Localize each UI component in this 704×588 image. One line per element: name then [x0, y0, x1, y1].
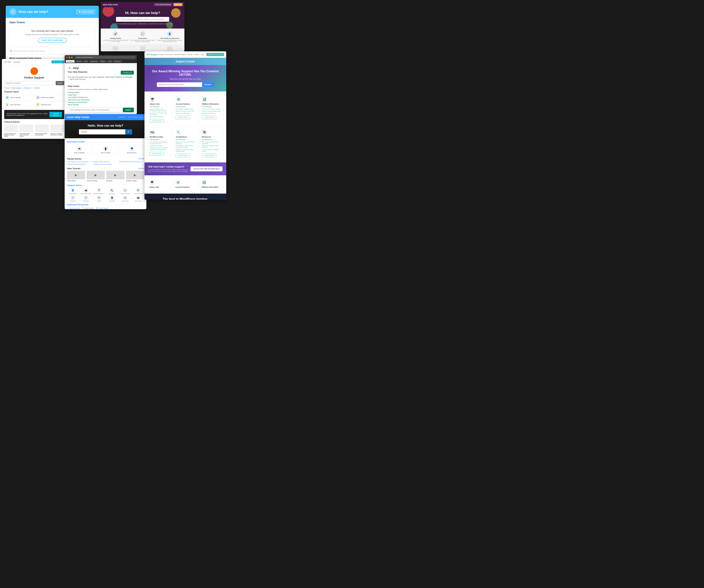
wpe-nav-products[interactable]: Products — [158, 54, 164, 55]
zoom-nav-resources[interactable]: RESOURCES — [128, 116, 137, 118]
cat-account-link-2[interactable]: Secure Sockets Layer (SSL) — [176, 110, 195, 112]
wpe-nav-login[interactable]: Log In — [201, 54, 205, 55]
zoom-header: zoom Help Center PRODUCT RESOURCES Sign … — [65, 114, 146, 120]
zoom-topic-item: 📺 Audio Video Sharing — [80, 188, 92, 194]
zoom-add-item-2[interactable]: 🤝 Partner Support — [82, 207, 94, 209]
ff-search-button[interactable]: Search — [56, 81, 64, 85]
zoom-search-button[interactable]: 🔍 — [125, 129, 132, 135]
tab-assorted[interactable]: Assorted... — [113, 60, 122, 63]
tab-dribble[interactable]: Dribble... — [99, 60, 107, 63]
help-center-link[interactable]: Help Center — [94, 89, 103, 90]
slack-signup-button[interactable]: Sign Up — [173, 3, 182, 6]
window-minimize-dot — [69, 57, 70, 58]
wpe-promo-title: The best in WordPress hosting. — [148, 197, 223, 200]
wpe-nav-why[interactable]: Why WP Engine? — [174, 54, 186, 55]
cat-account-link-3[interactable]: Backup and Restore — [176, 112, 195, 114]
cat-setup-link-3[interactable]: Backup and Restore — [150, 116, 169, 117]
wpe-search-button[interactable]: SEARCH — [202, 82, 214, 87]
flywheel-chat-now-button[interactable]: 💬 CHAT NOW — [76, 9, 95, 14]
cat-wp-link-3[interactable]: WordPress Core Automatic Upgrades and De… — [150, 147, 169, 150]
topic-icon-1: 👤 — [70, 188, 75, 193]
cat-browse-link-3[interactable]: Custom Delivery Network (CDN) — [202, 149, 221, 152]
zoom-article-3[interactable]: Getting started with Virtual Background — [119, 161, 144, 162]
send-message-link[interactable]: Send us a message — [115, 76, 132, 78]
zoom-video-more-link[interactable]: View All — [138, 167, 144, 170]
slack-category-using-slack: 💬 Using Slack From channels to teams, le… — [130, 31, 156, 42]
cat-troubleshoot-learn-btn[interactable]: LEARN MORE — [176, 154, 190, 157]
ff-featured-title: Featured Articles — [4, 121, 64, 123]
cat-platform-link-1[interactable]: Server and Browser Cache — [202, 108, 221, 110]
wpe-nav-contact[interactable]: Contact — [194, 54, 199, 55]
zoom-topic-item: 💬 Messaging — [80, 195, 92, 202]
cat-account-link-1[interactable]: WP Engine Website Visitor — [176, 108, 195, 110]
cat-wp-link-2[interactable]: WordPress Plugins — [150, 145, 169, 147]
chat-support-button[interactable]: CHAT WITH SUPPORT — [38, 38, 67, 43]
ff-chat-support-button[interactable]: Chat with Support — [49, 112, 62, 117]
slack-topbar: slack help center View Help Requests Sig… — [101, 2, 184, 7]
ff-forum-link-1[interactable]: Mozilla Support — [11, 87, 21, 89]
wpe-nav-pricing[interactable]: Pricing — [188, 54, 192, 55]
cat-setup-link-1[interactable]: How to Sublime and Multisite Custom Doma… — [150, 108, 169, 112]
cat-wp-learn-btn[interactable]: LEARN MORE — [150, 152, 164, 156]
cat-browse-link-2[interactable]: Regex for Redirect Rules and SSL — [202, 145, 221, 148]
url-bar[interactable]: slack.com/help/requests — [75, 56, 135, 59]
slreq-link-1[interactable]: Getting Started — [68, 92, 134, 93]
contact-us-button[interactable]: Contact Us — [121, 71, 134, 74]
zoom-nav-signin[interactable]: Sign In — [139, 116, 144, 118]
ff-search-input[interactable] — [4, 81, 55, 85]
cat-troubleshoot-link-2[interactable]: Troubleshoot High Time to First Byte (TT… — [176, 145, 195, 148]
cat-account-learn-btn[interactable]: LEARN MORE — [176, 116, 190, 119]
wpe-cta-action-button[interactable]: LOG IN FOR ONE-ON-ONE HELP — [190, 166, 223, 171]
tab-gifs[interactable]: GIFs — [107, 60, 113, 63]
cat-setup-learn-btn[interactable]: LEARN MORE — [150, 119, 164, 123]
zoom-article-5[interactable]: Creating an account (manually) — [93, 164, 118, 165]
topic-icon-4: 🗂️ — [36, 103, 40, 106]
ff-forum-link-3[interactable]: Help files — [34, 87, 40, 89]
slreq-search-button[interactable]: Search — [123, 108, 134, 112]
zoom-add-item-1[interactable]: 📄 Download Center — [67, 207, 80, 209]
ff-solve-button[interactable]: Get a Solution — [52, 60, 64, 63]
tab-tools[interactable]: Tools — [83, 60, 89, 63]
slreq-link-6[interactable]: Slack Tutorials — [68, 104, 134, 106]
cat-platform-learn-btn[interactable]: LEARN MORE — [202, 116, 216, 119]
zoom-articles-more-link[interactable]: View All — [138, 158, 144, 160]
tab-wordpress[interactable]: Wordpress — [66, 60, 74, 63]
zoom-nav-product[interactable]: PRODUCT — [118, 116, 126, 118]
ff-nav-volunteer[interactable]: Volunteer — [13, 61, 20, 63]
zoom-add-item-3[interactable]: 💬 Contact Support — [96, 207, 108, 209]
zoom-topic-item: 🏢 Zoom Rooms — [119, 195, 131, 202]
cat-browse-learn-btn[interactable]: LEARN MORE — [202, 154, 216, 157]
slack-view-requests-button[interactable]: View Help Requests — [154, 3, 172, 6]
slreq-link-5[interactable]: Workspace Administration — [68, 101, 134, 103]
slack-search-bar[interactable]: Find anything like channel, emoji, or re… — [116, 17, 169, 22]
slack-search-placeholder: Find anything like channel, emoji, or re… — [121, 18, 165, 20]
zoom-article-4[interactable]: Joining as call/audio experience — [67, 164, 92, 165]
ff-nav-get-help[interactable]: Get Help — [4, 61, 11, 63]
article-thumb-3 — [35, 124, 49, 132]
wpe-cta-sub: We offer support 24 hours a day, 7 days … — [148, 169, 190, 172]
cat-platform-link-2[interactable]: Secure Sockets Layer (SSL) — [202, 110, 221, 112]
wpe-search-input[interactable] — [157, 82, 202, 87]
slreq-link-4[interactable]: Add Tools to your Workspace — [68, 99, 134, 101]
ff-forum-link-2[interactable]: Contact Us — [24, 87, 32, 89]
zoom-article-2[interactable]: Background Blur experience — [93, 161, 118, 162]
guide-label-2: Zoom on Mobile — [95, 152, 116, 154]
slreq-search-input[interactable] — [68, 108, 122, 112]
slreq-link-2[interactable]: Using Slack — [68, 94, 134, 96]
cat-setup-link-2[interactable]: Go Live on a Domain with WP Engine — [150, 112, 169, 115]
wpe-nav-resources[interactable]: Resources — [166, 54, 173, 55]
wpe-request-quote-button[interactable]: REQUEST A QUOTE — [207, 53, 224, 56]
firefox-logo-icon — [31, 67, 38, 75]
tab-design[interactable]: Design Stuff — [89, 60, 99, 63]
cat-browse-link-1[interactable]: WP Engine Hassle Free Migration — [202, 141, 221, 145]
zoom-article-1[interactable]: Downloading the Zoom Client (latest) — [67, 161, 92, 162]
tab-flywheel[interactable]: Flywheel — [75, 60, 83, 63]
bot-cat-label-1: Connect tools & — [103, 51, 128, 51]
cat-wp-link-1[interactable]: How Sublime and Multisite Custom Domains — [150, 141, 169, 145]
cat-troubleshoot-link-1[interactable]: Measure and Avoid Content Warnings — [176, 141, 195, 145]
cat-platform-link-3[interactable]: Backup and Restore — [202, 112, 221, 114]
slreq-link-3[interactable]: Your Profile & Preferences — [68, 96, 134, 98]
cat-troubleshoot-link-3[interactable]: DMARC Policies for Email Deliverability — [176, 149, 195, 152]
zoom-search-input[interactable] — [79, 129, 125, 135]
article-thumb-2 — [19, 124, 34, 132]
